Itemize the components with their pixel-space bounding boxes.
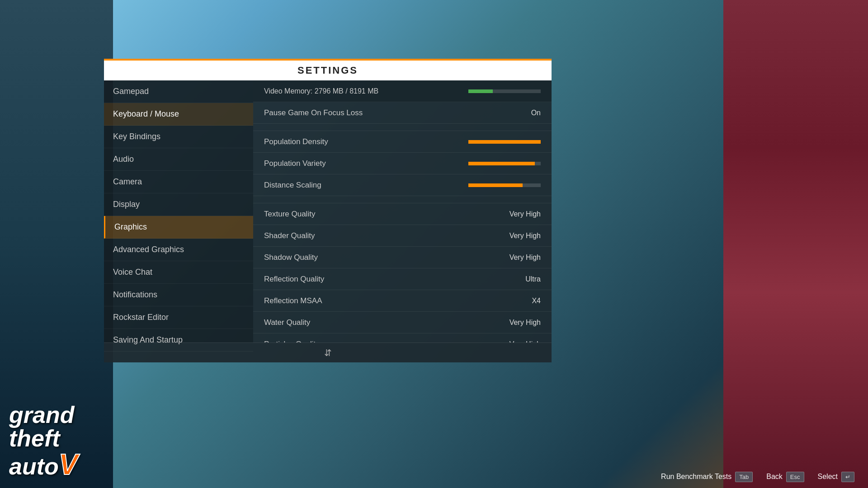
nav-item-keyboard-mouse[interactable]: Keyboard / Mouse xyxy=(104,103,253,126)
distance-scaling-fill xyxy=(468,183,523,187)
bg-containers-right xyxy=(723,0,868,488)
nav-item-advanced-graphics[interactable]: Advanced Graphics xyxy=(104,239,253,261)
select-action[interactable]: Select ↵ xyxy=(818,472,854,482)
reflection-msaa-row[interactable]: Reflection MSAA X4 xyxy=(253,290,552,312)
nav-item-notifications[interactable]: Notifications xyxy=(104,284,253,306)
nav-item-rockstar-editor[interactable]: Rockstar Editor xyxy=(104,306,253,329)
spacer-row-1 xyxy=(253,124,552,131)
population-variety-row[interactable]: Population Variety xyxy=(253,153,552,174)
shader-quality-value: Very High xyxy=(509,232,541,240)
particles-quality-row[interactable]: Particles Quality Very High xyxy=(253,333,552,343)
distance-scaling-label: Distance Scaling xyxy=(264,181,321,190)
settings-panel: SETTINGS Gamepad Keyboard / Mouse Key Bi… xyxy=(104,59,552,362)
bottom-bar: Run Benchmark Tests Tab Back Esc Select … xyxy=(0,465,868,488)
nav-item-saving-and-startup[interactable]: Saving And Startup xyxy=(104,329,253,352)
shader-quality-row[interactable]: Shader Quality Very High xyxy=(253,225,552,247)
population-density-row[interactable]: Population Density xyxy=(253,131,552,153)
video-memory-label: Video Memory: 2796 MB / 8191 MB xyxy=(264,87,378,95)
shadow-quality-row[interactable]: Shadow Quality Very High xyxy=(253,247,552,268)
shadow-quality-label: Shadow Quality xyxy=(264,253,318,262)
reflection-quality-value: Ultra xyxy=(525,275,541,283)
video-memory-slider xyxy=(468,89,541,93)
nav-item-voice-chat[interactable]: Voice Chat xyxy=(104,261,253,284)
population-density-fill xyxy=(468,140,541,144)
content-area: Gamepad Keyboard / Mouse Key Bindings Au… xyxy=(104,80,552,343)
nav-item-display[interactable]: Display xyxy=(104,193,253,216)
nav-item-key-bindings[interactable]: Key Bindings xyxy=(104,126,253,148)
settings-content: Video Memory: 2796 MB / 8191 MB Pause Ga… xyxy=(253,80,552,343)
pause-game-row[interactable]: Pause Game On Focus Loss On xyxy=(253,102,552,124)
shader-quality-label: Shader Quality xyxy=(264,231,315,240)
water-quality-row[interactable]: Water Quality Very High xyxy=(253,312,552,333)
reflection-quality-row[interactable]: Reflection Quality Ultra xyxy=(253,268,552,290)
distance-scaling-row[interactable]: Distance Scaling xyxy=(253,174,552,196)
shadow-quality-value: Very High xyxy=(509,253,541,262)
nav-item-gamepad[interactable]: Gamepad xyxy=(104,80,253,103)
video-memory-row: Video Memory: 2796 MB / 8191 MB xyxy=(253,80,552,102)
back-key: Esc xyxy=(786,472,804,482)
select-key: ↵ xyxy=(841,472,854,482)
reflection-msaa-value: X4 xyxy=(532,297,541,305)
title-bar: SETTINGS xyxy=(104,59,552,80)
population-variety-label: Population Variety xyxy=(264,159,326,168)
benchmark-label: Run Benchmark Tests xyxy=(661,473,731,481)
nav-item-graphics[interactable]: Graphics xyxy=(104,216,253,239)
population-density-slider xyxy=(468,140,541,144)
benchmark-action[interactable]: Run Benchmark Tests Tab xyxy=(661,472,753,482)
particles-quality-value: Very High xyxy=(509,340,541,343)
water-quality-value: Very High xyxy=(509,319,541,327)
benchmark-key: Tab xyxy=(735,472,753,482)
back-label: Back xyxy=(766,473,783,481)
settings-title: SETTINGS xyxy=(297,65,358,76)
texture-quality-label: Texture Quality xyxy=(264,210,315,219)
select-label: Select xyxy=(818,473,838,481)
video-memory-fill xyxy=(468,89,493,93)
pause-game-value: On xyxy=(531,109,541,117)
pause-game-label: Pause Game On Focus Loss xyxy=(264,108,363,117)
scroll-arrows: ⇵ xyxy=(324,347,332,358)
particles-quality-label: Particles Quality xyxy=(264,340,320,343)
nav-item-audio[interactable]: Audio xyxy=(104,148,253,171)
nav-item-camera[interactable]: Camera xyxy=(104,171,253,193)
population-density-label: Population Density xyxy=(264,137,328,146)
reflection-quality-label: Reflection Quality xyxy=(264,275,324,284)
nav-panel: Gamepad Keyboard / Mouse Key Bindings Au… xyxy=(104,80,253,343)
population-variety-slider xyxy=(468,162,541,165)
distance-scaling-slider xyxy=(468,183,541,187)
population-variety-fill xyxy=(468,162,535,165)
reflection-msaa-label: Reflection MSAA xyxy=(264,296,322,305)
spacer-row-2 xyxy=(253,196,552,203)
texture-quality-value: Very High xyxy=(509,210,541,218)
texture-quality-row[interactable]: Texture Quality Very High xyxy=(253,203,552,225)
back-action[interactable]: Back Esc xyxy=(766,472,804,482)
water-quality-label: Water Quality xyxy=(264,318,310,327)
